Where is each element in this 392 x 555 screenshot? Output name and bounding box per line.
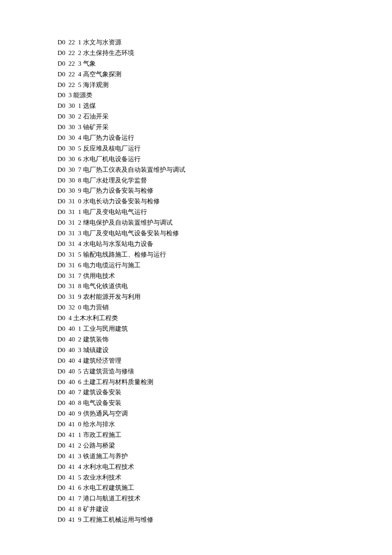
entry-code: D0 41 6 xyxy=(58,484,81,491)
list-item: D0 31 9 农村能源开发与利用 xyxy=(58,292,392,302)
entry-name: 石油开采 xyxy=(83,113,109,120)
list-item: D0 40 6 土建工程与材料质量检测 xyxy=(58,377,392,387)
entry-name: 城镇建设 xyxy=(83,347,109,353)
entry-code: D0 40 2 xyxy=(58,336,81,343)
list-item: D0 41 1 市政工程施工 xyxy=(58,430,392,440)
entry-name: 土建工程与材料质量检测 xyxy=(83,379,153,385)
entry-name: 建筑装饰 xyxy=(83,336,109,343)
entry-name: 给水与排水 xyxy=(83,421,115,428)
document-page: D0 22 1 水文与水资源D0 22 2 水土保持生态环境D0 22 3 气象… xyxy=(0,0,392,555)
entry-name: 海洋观测 xyxy=(83,81,109,88)
list-item: D0 30 4 电厂热力设备运行 xyxy=(58,133,392,143)
entry-name: 建筑经济管理 xyxy=(83,357,121,364)
entry-name: 农业水利技术 xyxy=(83,474,121,481)
entry-code: D0 22 3 xyxy=(58,60,81,67)
entry-code: D0 40 8 xyxy=(58,399,81,406)
list-item: D0 22 2 水土保持生态环境 xyxy=(58,48,392,58)
list-item: D0 3 能源类 xyxy=(58,90,392,101)
entry-code: D0 4 xyxy=(58,315,72,321)
entry-name: 电厂热工仪表及自动装置维护与调试 xyxy=(83,166,185,173)
entry-name: 水电站与水泵站电力设备 xyxy=(83,240,153,247)
entry-name: 古建筑营造与修缮 xyxy=(83,368,134,375)
entry-name: 反应堆及核电厂运行 xyxy=(83,145,141,152)
entry-name: 建筑设备安装 xyxy=(83,389,121,396)
list-item: D0 41 0 给水与排水 xyxy=(58,419,392,430)
entry-name: 供热通风与空调 xyxy=(83,410,128,417)
entry-name: 电气化铁道供电 xyxy=(83,283,128,289)
list-item: D0 40 1 工业与民用建筑 xyxy=(58,324,392,334)
entry-code: D0 30 1 xyxy=(58,102,81,109)
entry-code: D0 31 3 xyxy=(58,230,81,237)
entry-code: D0 30 7 xyxy=(58,166,81,173)
list-item: D0 31 6 电力电缆运行与施工 xyxy=(58,260,392,271)
list-item: D0 41 6 水电工程建筑施工 xyxy=(58,483,392,493)
list-item: D0 31 7 供用电技术 xyxy=(58,271,392,281)
entry-code: D0 22 5 xyxy=(58,81,81,88)
entry-code: D0 31 4 xyxy=(58,240,81,247)
entry-code: D0 41 0 xyxy=(58,421,81,428)
entry-code: D0 32 0 xyxy=(58,304,81,311)
entry-name: 选煤 xyxy=(83,102,96,109)
list-item: D0 41 3 铁道施工与养护 xyxy=(58,451,392,462)
list-item: D0 40 3 城镇建设 xyxy=(58,345,392,356)
entry-name: 高空气象探测 xyxy=(83,71,121,78)
entry-name: 水利水电工程技术 xyxy=(83,463,134,470)
list-item: D0 22 5 海洋观测 xyxy=(58,80,392,90)
entry-code: D0 30 8 xyxy=(58,177,81,184)
entry-code: D0 31 0 xyxy=(58,198,81,205)
entry-code: D0 22 4 xyxy=(58,71,81,78)
entry-name: 铀矿开采 xyxy=(83,124,109,130)
entry-code: D0 31 1 xyxy=(58,208,81,215)
entry-code: D0 22 2 xyxy=(58,49,81,56)
entry-code: D0 41 3 xyxy=(58,453,81,460)
list-item: D0 31 8 电气化铁道供电 xyxy=(58,281,392,292)
entry-code: D0 31 8 xyxy=(58,283,81,289)
entry-name: 市政工程施工 xyxy=(83,431,121,438)
list-item: D0 31 1 电厂及变电站电气运行 xyxy=(58,207,392,217)
entry-name: 矿井建设 xyxy=(83,506,109,512)
list-item: D0 30 6 水电厂机电设备运行 xyxy=(58,154,392,165)
entry-name: 气象 xyxy=(83,60,96,67)
entry-name: 土木水利工程类 xyxy=(73,315,118,321)
entry-name: 铁道施工与养护 xyxy=(83,453,128,460)
list-item: D0 30 7 电厂热工仪表及自动装置维护与调试 xyxy=(58,165,392,175)
entry-name: 水电厂机电设备运行 xyxy=(83,156,141,162)
list-item: D0 31 3 电厂及变电站电气设备安装与检修 xyxy=(58,228,392,239)
list-item: D0 22 3 气象 xyxy=(58,58,392,69)
list-item: D0 22 4 高空气象探测 xyxy=(58,69,392,80)
entry-name: 工程施工机械运用与维修 xyxy=(83,516,153,523)
entry-code: D0 31 7 xyxy=(58,272,81,279)
entry-code: D0 31 9 xyxy=(58,293,81,300)
entry-name: 电厂及变电站电气设备安装与检修 xyxy=(83,230,179,237)
entry-code: D0 30 2 xyxy=(58,113,81,120)
list-item: D0 30 8 电厂水处理及化学监督 xyxy=(58,175,392,186)
list-item: D0 41 4 水利水电工程技术 xyxy=(58,462,392,472)
entry-code: D0 31 2 xyxy=(58,219,81,226)
entry-code: D0 41 5 xyxy=(58,474,81,481)
list-item: D0 40 7 建筑设备安装 xyxy=(58,387,392,398)
entry-code: D0 31 6 xyxy=(58,262,81,269)
list-item: D0 40 5 古建筑营造与修缮 xyxy=(58,366,392,377)
entry-name: 农村能源开发与利用 xyxy=(83,293,141,300)
entry-code: D0 41 1 xyxy=(58,431,81,438)
entry-name: 电厂热力设备运行 xyxy=(83,134,134,141)
entry-code: D0 40 5 xyxy=(58,368,81,375)
entry-code: D0 40 9 xyxy=(58,410,81,417)
list-item: D0 40 2 建筑装饰 xyxy=(58,334,392,345)
entry-name: 公路与桥梁 xyxy=(83,442,115,449)
entry-name: 供用电技术 xyxy=(83,272,115,279)
code-list: D0 22 1 水文与水资源D0 22 2 水土保持生态环境D0 22 3 气象… xyxy=(58,37,392,525)
entry-name: 能源类 xyxy=(73,92,92,98)
list-item: D0 31 2 继电保护及自动装置维护与调试 xyxy=(58,217,392,228)
list-item: D0 41 2 公路与桥梁 xyxy=(58,440,392,451)
list-item: D0 40 9 供热通风与空调 xyxy=(58,408,392,419)
entry-code: D0 40 4 xyxy=(58,357,81,364)
entry-name: 电力电缆运行与施工 xyxy=(83,262,141,269)
list-item: D0 41 9 工程施工机械运用与维修 xyxy=(58,515,392,525)
list-item: D0 31 4 水电站与水泵站电力设备 xyxy=(58,239,392,249)
list-item: D0 22 1 水文与水资源 xyxy=(58,37,392,48)
entry-code: D0 3 xyxy=(58,92,72,98)
list-item: D0 30 9 电厂热力设备安装与检修 xyxy=(58,185,392,196)
entry-code: D0 30 3 xyxy=(58,124,81,130)
list-item: D0 40 4 建筑经济管理 xyxy=(58,356,392,366)
